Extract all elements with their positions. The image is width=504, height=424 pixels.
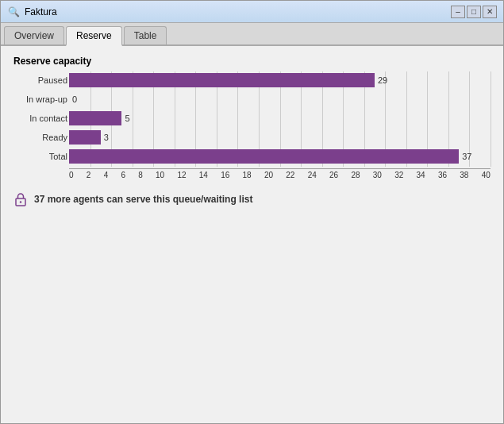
close-button[interactable]: ✕ <box>483 6 497 18</box>
bar-container-total: 37 <box>69 149 491 164</box>
x-axis-label: 0 <box>69 171 74 179</box>
x-axis-label: 20 <box>264 171 273 179</box>
x-axis-label: 32 <box>394 171 403 179</box>
bar-incontact <box>69 111 121 125</box>
app-icon: 🔍 <box>7 6 20 18</box>
bar-value-total: 37 <box>462 152 471 161</box>
bar-container-incontact: 5 <box>69 111 491 125</box>
x-axis-label: 10 <box>156 171 164 179</box>
chart-row-total: Total 37 <box>69 148 491 165</box>
x-axis-label: 12 <box>177 171 186 179</box>
bar-paused <box>69 73 375 87</box>
bar-value-incontact: 5 <box>125 114 129 123</box>
x-axis-label: 34 <box>417 171 425 179</box>
maximize-button[interactable]: □ <box>467 6 481 18</box>
x-axis-label: 26 <box>329 171 338 179</box>
row-label-paused: Paused <box>13 71 67 89</box>
lock-icon <box>13 192 28 206</box>
svg-point-1 <box>20 201 21 202</box>
x-axis-label: 38 <box>460 171 468 179</box>
x-axis-label: 6 <box>121 171 125 179</box>
x-axis-label: 8 <box>138 171 143 179</box>
x-axis-label: 36 <box>438 171 447 179</box>
bar-value-ready: 3 <box>104 133 109 142</box>
bar-total <box>69 149 459 164</box>
chart-row-paused: Paused 29 <box>69 71 491 89</box>
chart-area: Paused 29 In wrap-up 0 In contact <box>13 71 491 179</box>
chart-row-wrapup: In wrap-up 0 <box>69 91 491 108</box>
row-label-ready: Ready <box>13 129 67 146</box>
title-bar-left: 🔍 Faktura <box>7 6 57 18</box>
main-window: 🔍 Faktura – □ ✕ Overview Reserve Table R… <box>0 0 504 424</box>
title-bar: 🔍 Faktura – □ ✕ <box>1 1 503 23</box>
x-axis: 0246810121416182022242628303234363840 <box>69 168 491 179</box>
bar-container-paused: 29 <box>69 73 491 87</box>
x-axis-label: 16 <box>221 171 229 179</box>
content-area: Reserve capacity Paused 29 In wrap-up <box>1 46 503 423</box>
x-axis-label: 24 <box>308 171 317 179</box>
chart-row-ready: Ready 3 <box>69 129 491 146</box>
x-axis-labels: 0246810121416182022242628303234363840 <box>69 169 491 179</box>
bar-ready <box>69 130 101 145</box>
x-axis-label: 14 <box>199 171 208 179</box>
info-row: 37 more agents can serve this queue/wait… <box>13 192 491 206</box>
bar-container-ready: 3 <box>69 130 491 145</box>
title-buttons: – □ ✕ <box>451 6 497 18</box>
row-label-total: Total <box>13 148 67 165</box>
bar-value-wrapup: 0 <box>72 94 77 104</box>
chart-row-incontact: In contact 5 <box>69 110 491 127</box>
tab-reserve[interactable]: Reserve <box>66 26 122 46</box>
bars-with-grid: Paused 29 In wrap-up 0 In contact <box>69 71 491 165</box>
x-axis-label: 28 <box>351 171 360 179</box>
row-label-wrapup: In wrap-up <box>13 91 67 108</box>
x-axis-label: 40 <box>482 171 491 179</box>
bar-container-wrapup: 0 <box>69 92 491 106</box>
section-title: Reserve capacity <box>13 56 491 67</box>
tab-table[interactable]: Table <box>124 26 167 44</box>
bar-value-paused: 29 <box>378 75 387 85</box>
info-text: 37 more agents can serve this queue/wait… <box>34 194 252 205</box>
x-axis-label: 2 <box>87 171 91 179</box>
tab-overview[interactable]: Overview <box>4 26 64 44</box>
x-axis-label: 18 <box>243 171 252 179</box>
x-axis-label: 30 <box>373 171 382 179</box>
minimize-button[interactable]: – <box>451 6 465 18</box>
x-axis-label: 22 <box>286 171 294 179</box>
window-title: Faktura <box>25 6 57 17</box>
tab-bar: Overview Reserve Table <box>1 23 503 46</box>
row-label-incontact: In contact <box>13 110 67 127</box>
x-axis-label: 4 <box>104 171 109 179</box>
